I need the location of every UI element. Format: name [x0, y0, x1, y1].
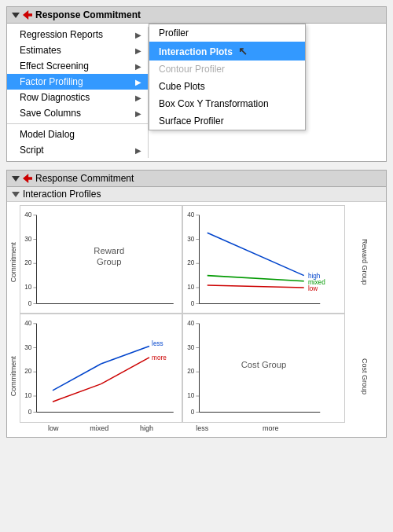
- chart-cell-bottom-right: 40 30 20 10 0 Cost Grou: [182, 314, 345, 422]
- chart-svg-bottom-left: 40 30 20 10 0: [20, 314, 182, 421]
- svg-text:30: 30: [24, 236, 32, 243]
- x-label-more: more: [263, 424, 279, 432]
- submenu-item-box-cox[interactable]: Box Cox Y Transformation: [149, 95, 305, 112]
- svg-text:10: 10: [24, 284, 32, 291]
- bottom-panel-header: Response Commitment: [7, 171, 386, 187]
- chart-area: Commitment Commitment 40 30 20 10: [7, 202, 386, 437]
- submenu-item-cube-plots[interactable]: Cube Plots: [149, 78, 305, 95]
- menu-item-script[interactable]: Script ▶: [7, 142, 148, 158]
- section-collapse-icon[interactable]: [12, 192, 20, 197]
- chart-row-top: 40 30 20 10 0 Reward: [20, 205, 345, 314]
- menu-item-save-columns[interactable]: Save Columns ▶: [7, 105, 148, 121]
- svg-text:Reward: Reward: [94, 246, 124, 255]
- svg-text:0: 0: [28, 409, 32, 416]
- menu-separator: [7, 123, 148, 124]
- menu-item-regression[interactable]: Regression Reports ▶: [7, 27, 148, 42]
- svg-text:low: low: [308, 285, 318, 292]
- svg-text:0: 0: [191, 300, 195, 307]
- svg-text:10: 10: [187, 284, 195, 291]
- y-labels: Commitment Commitment: [7, 205, 20, 434]
- arrow-icon: ▶: [135, 78, 141, 86]
- chart-row-bottom: 40 30 20 10 0: [20, 314, 345, 422]
- svg-text:40: 40: [24, 211, 32, 218]
- x-axis-left: low mixed high: [32, 423, 169, 434]
- menu-icon[interactable]: [23, 174, 32, 183]
- chart-svg-bottom-right: 40 30 20 10 0 Cost Grou: [183, 314, 344, 421]
- bottom-panel-title: Response Commitment: [35, 173, 134, 184]
- menu-item-model-dialog[interactable]: Model Dialog: [7, 127, 148, 142]
- arrow-icon: ▶: [135, 62, 141, 71]
- arrow-icon: ▶: [135, 146, 141, 155]
- right-labels: Reward Group Cost Group: [345, 205, 384, 434]
- x-label-mixed: mixed: [90, 424, 108, 432]
- y-label-bottom: Commitment: [7, 319, 20, 433]
- svg-text:0: 0: [28, 300, 32, 307]
- svg-text:30: 30: [187, 344, 195, 351]
- svg-text:20: 20: [24, 259, 32, 266]
- svg-text:40: 40: [24, 320, 32, 327]
- x-label-high: high: [140, 424, 153, 432]
- menu-item-row-diagnostics[interactable]: Row Diagnostics ▶: [7, 90, 148, 105]
- svg-text:0: 0: [191, 409, 195, 416]
- svg-text:Cost Group: Cost Group: [241, 360, 287, 369]
- menu-item-estimates[interactable]: Estimates ▶: [7, 42, 148, 58]
- svg-line-28: [208, 285, 304, 288]
- svg-text:40: 40: [187, 211, 195, 218]
- svg-text:10: 10: [24, 392, 32, 399]
- svg-line-27: [208, 276, 304, 281]
- interaction-profiles-header: Interaction Profiles: [7, 187, 386, 202]
- svg-text:40: 40: [187, 320, 195, 327]
- svg-text:30: 30: [187, 236, 195, 243]
- svg-text:30: 30: [24, 344, 32, 351]
- top-panel-header: Response Commitment: [7, 7, 386, 24]
- y-label-top: Commitment: [7, 205, 20, 319]
- top-panel: Response Commitment Regression Reports ▶…: [6, 6, 387, 162]
- chart-cell-top-left: 40 30 20 10 0 Reward: [20, 205, 182, 314]
- svg-text:more: more: [152, 354, 167, 361]
- right-label-reward-text: Reward Group: [361, 239, 369, 285]
- chart-svg-top-left: 40 30 20 10 0 Reward: [20, 206, 182, 313]
- x-label-less: less: [196, 424, 208, 432]
- svg-text:10: 10: [187, 392, 195, 399]
- svg-text:Group: Group: [97, 257, 121, 266]
- cursor-icon: ↖: [238, 45, 248, 57]
- svg-text:less: less: [152, 341, 163, 348]
- x-label-low: low: [48, 424, 59, 432]
- chart-cell-bottom-left: 40 30 20 10 0: [20, 314, 182, 422]
- right-label-cost-text: Cost Group: [361, 358, 369, 394]
- right-label-reward: Reward Group: [345, 205, 384, 319]
- chart-svg-top-right: 40 30 20 10 0: [183, 206, 344, 313]
- submenu-item-profiler[interactable]: Profiler: [149, 24, 305, 42]
- submenu-factor-profiling: Profiler Interaction Plots ↖ Contour Pro…: [149, 24, 306, 130]
- menu-item-factor-profiling[interactable]: Factor Profiling ▶: [7, 74, 148, 90]
- bottom-panel: Response Commitment Interaction Profiles…: [6, 170, 387, 438]
- svg-text:20: 20: [187, 259, 195, 266]
- top-panel-title: Response Commitment: [35, 9, 141, 20]
- collapse-icon[interactable]: [12, 176, 20, 182]
- menu-area: Regression Reports ▶ Estimates ▶ Effect …: [7, 24, 386, 161]
- right-label-cost: Cost Group: [345, 319, 384, 433]
- collapse-icon[interactable]: [12, 13, 20, 18]
- menu-icon[interactable]: [23, 10, 32, 20]
- menu-list: Regression Reports ▶ Estimates ▶ Effect …: [7, 27, 149, 158]
- section-title: Interaction Profiles: [23, 189, 101, 200]
- arrow-icon: ▶: [135, 31, 141, 39]
- submenu-item-contour-profiler: Contour Profiler: [149, 61, 305, 78]
- svg-line-26: [208, 233, 304, 275]
- charts-grid: 40 30 20 10 0 Reward: [20, 205, 345, 434]
- submenu-item-surface-profiler[interactable]: Surface Profiler: [149, 112, 305, 130]
- chart-cell-top-right: 40 30 20 10 0: [182, 205, 345, 314]
- arrow-icon: ▶: [135, 109, 141, 118]
- svg-text:20: 20: [187, 369, 195, 376]
- submenu-item-interaction-plots[interactable]: Interaction Plots ↖: [149, 42, 305, 61]
- svg-text:20: 20: [24, 369, 32, 376]
- arrow-icon: ▶: [135, 94, 141, 102]
- x-axis-right: less more: [169, 423, 306, 434]
- menu-item-effect-screening[interactable]: Effect Screening ▶: [7, 58, 148, 74]
- x-axis-area: low mixed high less more: [20, 423, 345, 434]
- arrow-icon: ▶: [135, 46, 141, 55]
